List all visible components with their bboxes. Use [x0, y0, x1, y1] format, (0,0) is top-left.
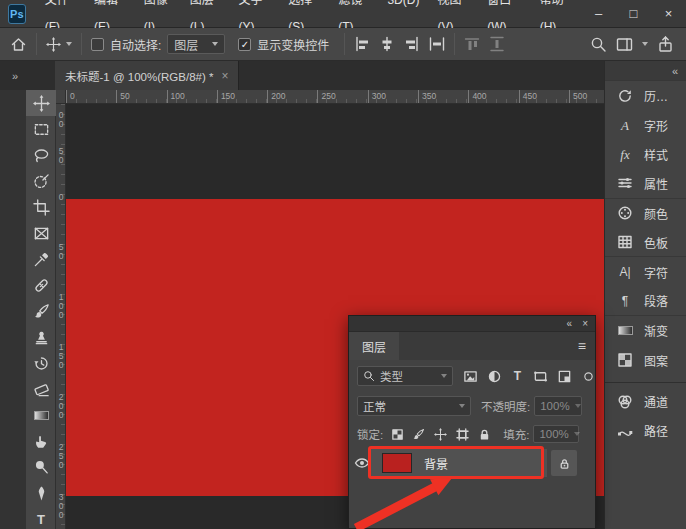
filter-shape-layers-icon[interactable] — [533, 369, 548, 384]
eyedropper-tool[interactable] — [26, 246, 56, 272]
ruler-origin-corner[interactable] — [56, 90, 66, 104]
search-icon[interactable] — [590, 36, 607, 53]
gradient-tool[interactable] — [26, 402, 56, 428]
panel-menu-icon[interactable]: ≡ — [578, 332, 595, 360]
filter-pixel-layers-icon[interactable] — [463, 369, 478, 384]
object-selection-tool[interactable] — [26, 168, 56, 194]
paragraph-icon: ¶ — [615, 292, 635, 310]
panel-button-gradients[interactable]: 渐变 — [605, 316, 686, 345]
opacity-dropdown[interactable]: 100% — [534, 396, 582, 416]
panel-label: 样式 — [644, 146, 668, 163]
smudge-tool[interactable] — [26, 428, 56, 454]
dodge-tool[interactable] — [26, 454, 56, 480]
ruler-label: 300 — [368, 90, 418, 103]
panel-button-color[interactable]: 颜色 — [605, 199, 686, 228]
align-horizontal-centers-icon[interactable] — [379, 36, 395, 52]
ruler-label: 0 — [66, 90, 116, 103]
close-button[interactable]: × — [651, 0, 686, 27]
lock-position-icon[interactable] — [434, 428, 447, 441]
move-flyout-chevron-icon[interactable] — [66, 42, 72, 46]
lock-label: 锁定: — [357, 426, 383, 442]
brush-tool[interactable] — [26, 298, 56, 324]
menu-bar: Ps 文件(F)编辑(E)图像(I)图层(L)文字(Y)选择(S)滤镜(T)3D… — [0, 0, 686, 28]
left-edge-strip — [0, 90, 26, 529]
type-tool[interactable]: T — [26, 506, 56, 529]
tab-close-icon[interactable]: × — [221, 69, 228, 83]
home-icon[interactable] — [10, 36, 27, 53]
horizontal-ruler[interactable]: 050100150200250300350400450500 — [66, 90, 604, 104]
auto-select-target-dropdown[interactable]: 图层 — [167, 34, 225, 54]
minimize-button[interactable]: – — [581, 0, 616, 27]
lock-image-pixels-icon[interactable] — [412, 428, 425, 441]
swatches-grid-icon — [615, 233, 635, 251]
spot-healing-brush-tool[interactable] — [26, 272, 56, 298]
lock-transparent-pixels-icon[interactable] — [391, 428, 404, 441]
properties-sliders-icon — [615, 174, 635, 192]
pattern-icon — [615, 351, 635, 369]
background-lock-icon[interactable] — [551, 450, 577, 476]
clone-stamp-tool[interactable] — [26, 324, 56, 350]
show-transform-label: 显示变换控件 — [257, 36, 329, 53]
toolbar-expand-icon[interactable]: » — [0, 61, 30, 90]
fill-dropdown[interactable]: 100% — [533, 425, 579, 443]
lock-all-icon[interactable] — [478, 428, 491, 441]
panel-button-history[interactable]: 历… — [605, 81, 686, 110]
layers-panel-header: « × — [349, 316, 595, 332]
panel-button-character[interactable]: A| 字符 — [605, 257, 686, 286]
layer-filter-toggle[interactable] — [582, 370, 595, 383]
crop-tool[interactable] — [26, 194, 56, 220]
auto-select-checkbox[interactable] — [91, 38, 104, 51]
document-tab-title: 未标题-1 @ 100%(RGB/8#) * — [65, 68, 213, 84]
frame-tool[interactable] — [26, 220, 56, 246]
distribute-vertical-icon[interactable] — [489, 36, 505, 52]
filter-smart-object-icon[interactable] — [557, 369, 572, 384]
eraser-tool[interactable] — [26, 376, 56, 402]
filter-type-layers-icon[interactable]: T — [511, 370, 524, 382]
tools-panel: T — [26, 90, 56, 529]
gradient-icon — [615, 322, 635, 340]
panel-button-properties[interactable]: 属性 — [605, 169, 686, 198]
rail-collapse-icon[interactable]: « — [605, 61, 686, 81]
align-right-edges-icon[interactable] — [404, 36, 420, 52]
panel-close-icon[interactable]: × — [582, 318, 588, 329]
panel-button-patterns[interactable]: 图案 — [605, 346, 686, 375]
panel-button-glyphs[interactable]: A 字形 — [605, 110, 686, 139]
ruler-label: 300 — [56, 492, 65, 519]
tab-layers[interactable]: 图层 — [349, 332, 399, 360]
show-transform-checkbox[interactable]: ✓ — [238, 38, 251, 51]
workspace-chevron-icon[interactable] — [642, 42, 648, 46]
panel-button-channels[interactable]: 通道 — [605, 387, 686, 416]
history-icon — [615, 87, 635, 105]
maximize-button[interactable]: □ — [616, 0, 651, 27]
pen-tool[interactable] — [26, 480, 56, 506]
layer-filter-value: 类型 — [380, 368, 403, 384]
panel-label: 通道 — [644, 393, 668, 410]
document-tab-bar: » 未标题-1 @ 100%(RGB/8#) * × — [0, 61, 604, 90]
align-left-edges-icon[interactable] — [354, 36, 370, 52]
lock-artboard-icon[interactable] — [456, 428, 469, 441]
document-tab[interactable]: 未标题-1 @ 100%(RGB/8#) * × — [55, 61, 239, 90]
panel-button-paragraph[interactable]: ¶ 段落 — [605, 287, 686, 316]
fill-value: 100% — [539, 428, 568, 440]
vertical-ruler[interactable]: 00 50 0 50 100 150 200 250 300 — [56, 104, 66, 529]
distribute-horizontal-icon[interactable] — [429, 36, 445, 52]
panel-button-paths[interactable]: 路径 — [605, 416, 686, 445]
align-top-edges-icon[interactable] — [464, 36, 480, 52]
history-brush-tool[interactable] — [26, 350, 56, 376]
share-image-icon[interactable] — [657, 36, 674, 53]
workspace-switcher-icon[interactable] — [616, 36, 633, 53]
panel-button-styles[interactable]: fx 样式 — [605, 140, 686, 169]
blend-mode-dropdown[interactable]: 正常 — [357, 396, 471, 416]
panel-button-swatches[interactable]: 色板 — [605, 228, 686, 257]
opacity-label: 不透明度: — [481, 398, 530, 414]
ruler-label: 150 — [217, 90, 267, 103]
panel-label: 历… — [644, 87, 668, 104]
move-tool-option-icon[interactable] — [46, 37, 61, 52]
move-tool[interactable] — [26, 90, 56, 116]
rectangular-marquee-tool[interactable] — [26, 116, 56, 142]
lasso-tool[interactable] — [26, 142, 56, 168]
filter-adjustment-layers-icon[interactable] — [487, 369, 502, 384]
ruler-label: 350 — [418, 90, 468, 103]
panel-collapse-icon[interactable]: « — [567, 318, 573, 329]
layer-filter-search[interactable]: 类型 — [357, 366, 453, 386]
